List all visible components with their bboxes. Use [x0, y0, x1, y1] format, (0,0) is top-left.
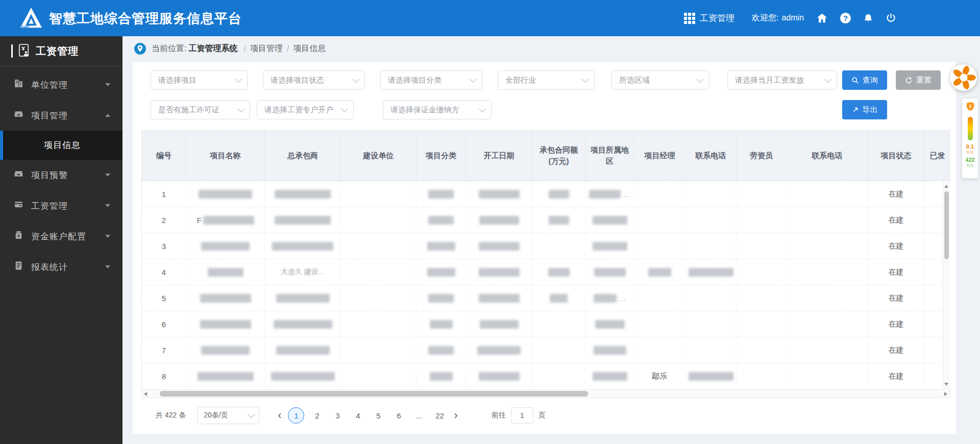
redacted-text-block — [593, 216, 627, 225]
select-project-status[interactable]: 请选择项目状态 — [263, 70, 365, 90]
table-row[interactable]: 5…在建 — [142, 285, 949, 311]
table-row[interactable]: 3在建 — [142, 233, 949, 259]
prev-page-button[interactable]: ‹ — [278, 408, 281, 423]
redacted-text-block — [201, 346, 250, 355]
table-row[interactable]: 1…在建 — [142, 181, 949, 207]
cell-labor — [737, 207, 787, 233]
cell-region — [585, 337, 634, 363]
redacted-text-block — [479, 216, 519, 225]
redacted-text-block — [198, 372, 254, 381]
power-logout-icon[interactable] — [886, 13, 896, 23]
cell-labor — [737, 181, 787, 207]
sidebar-item-report-statistics[interactable]: 报表统计 — [0, 252, 122, 282]
cell-name — [186, 259, 265, 285]
cell-builder — [341, 311, 416, 337]
cell-text: 1 — [162, 190, 166, 199]
sidebar-item-project-info-active[interactable]: 项目信息 — [0, 131, 122, 160]
horizontal-scrollbar[interactable] — [141, 389, 950, 398]
cell-status: 在建 — [868, 233, 924, 259]
cell-category — [416, 181, 466, 207]
home-icon[interactable] — [816, 12, 828, 24]
select-project-category[interactable]: 请选择项目分类 — [380, 70, 482, 90]
page-size-select[interactable]: 20条/页 — [197, 407, 259, 424]
horizontal-scrollbar-thumb[interactable] — [160, 391, 588, 397]
help-icon[interactable]: ? — [840, 13, 851, 23]
table-row[interactable]: 4大连久 建设...在建 — [142, 259, 949, 285]
select-project[interactable]: 请选择项目 — [151, 70, 248, 90]
reset-button[interactable]: 重置 — [896, 70, 941, 90]
redacted-text-block — [201, 242, 250, 251]
redacted-text-block — [427, 242, 455, 251]
cell-region — [585, 233, 634, 259]
cell-amount — [532, 337, 585, 363]
app-switcher-label[interactable]: 工资管理 — [700, 12, 734, 24]
redacted-text-block — [275, 190, 331, 199]
sidebar-item-project-management[interactable]: 项目管理 — [0, 100, 122, 131]
notification-bell-icon[interactable] — [863, 13, 873, 24]
vertical-scrollbar[interactable] — [943, 182, 950, 389]
status-text: 在建 — [889, 372, 904, 381]
cell-status: 在建 — [868, 363, 924, 389]
total-count: 共 422 条 — [156, 411, 186, 420]
page-unit-label: 页 — [538, 411, 546, 420]
scroll-up-arrow-icon[interactable] — [944, 185, 948, 188]
select-deposit-payer[interactable]: 请选择保证金缴纳方 — [383, 100, 492, 119]
breadcrumb-level2[interactable]: 项目信息 — [293, 43, 326, 54]
goto-page-input[interactable] — [511, 407, 533, 424]
table-row[interactable]: 7在建 — [142, 337, 949, 363]
content-panel: 请选择项目 请选择项目状态 请选择项目分类 全部行业 所选区域 请选择当月工资发… — [133, 62, 956, 434]
table-row[interactable]: 6在建 — [142, 311, 949, 337]
table-row[interactable]: 2F在建 — [142, 207, 949, 233]
page-button-6[interactable]: 6 — [391, 407, 406, 424]
export-button[interactable]: 导出 — [842, 100, 887, 119]
table-row[interactable]: 8鄢乐在建 — [142, 363, 949, 389]
cell-labor — [737, 363, 787, 389]
cell-no: 7 — [142, 337, 186, 363]
scroll-right-arrow-icon[interactable] — [944, 392, 947, 396]
scroll-left-arrow-icon[interactable] — [144, 392, 147, 396]
sidebar-item-fund-account-config[interactable]: ¥ 资金账户配置 — [0, 221, 122, 252]
page-button-2[interactable]: 2 — [309, 407, 325, 424]
column-header: 项目状态 — [868, 131, 924, 181]
page-button-22[interactable]: 22 — [432, 407, 447, 424]
page-ellipsis[interactable]: ... — [411, 407, 427, 424]
cell-text: 7 — [162, 346, 166, 355]
cell-text: 4 — [162, 268, 166, 277]
cell-category — [416, 337, 466, 363]
select-industry[interactable]: 全部行业 — [498, 70, 595, 90]
sidebar-item-unit-management[interactable]: 单位管理 — [0, 69, 122, 100]
select-monthly-salary-paid[interactable]: 请选择当月工资发放 — [727, 70, 837, 90]
username: admin — [781, 13, 804, 22]
page-button-3[interactable]: 3 — [330, 407, 345, 424]
vertical-scrollbar-thumb[interactable] — [944, 191, 949, 259]
next-page-button[interactable]: › — [454, 408, 457, 423]
network-speed-widget[interactable]: 1 0.1 K/s 422 K/s — [962, 98, 978, 179]
cell-amount — [532, 259, 585, 285]
select-construction-permit[interactable]: 是否有施工许可证 — [151, 100, 250, 119]
page-button-4[interactable]: 4 — [350, 407, 365, 424]
column-header: 已发 — [924, 131, 950, 181]
app-grid-icon[interactable] — [684, 13, 695, 24]
cell-manager — [634, 207, 685, 233]
redacted-text-block — [589, 190, 621, 199]
select-region[interactable]: 所选区域 — [611, 70, 709, 90]
page-button-5[interactable]: 5 — [371, 407, 386, 424]
redacted-text-block — [272, 242, 333, 251]
page-button-1[interactable]: 1 — [288, 407, 304, 424]
table-header-row: 编号项目名称总承包商建设单位项目分类开工日期承包合同额(万元)项目所属地区项目经… — [142, 131, 949, 181]
query-button[interactable]: 查询 — [842, 70, 887, 90]
cell-builder — [341, 285, 416, 311]
chevron-down-icon — [235, 75, 242, 82]
scroll-down-arrow-icon[interactable] — [944, 383, 948, 386]
cell-name — [186, 233, 265, 259]
cell-contractor — [265, 363, 341, 389]
breadcrumb-level1[interactable]: 项目管理 — [250, 43, 283, 54]
cell-name: F — [186, 207, 265, 233]
select-salary-account-opened[interactable]: 请选择工资专户开户 — [257, 100, 354, 119]
sidebar-item-salary-management[interactable]: 工资管理 — [0, 190, 122, 221]
cell-start_date — [466, 285, 532, 311]
cell-start_date — [466, 337, 532, 363]
sidebar-title: 工资管理 — [36, 44, 79, 58]
sidebar-item-project-alert[interactable]: 项目预警 — [0, 160, 122, 190]
security-suite-floating-logo[interactable] — [949, 63, 978, 92]
